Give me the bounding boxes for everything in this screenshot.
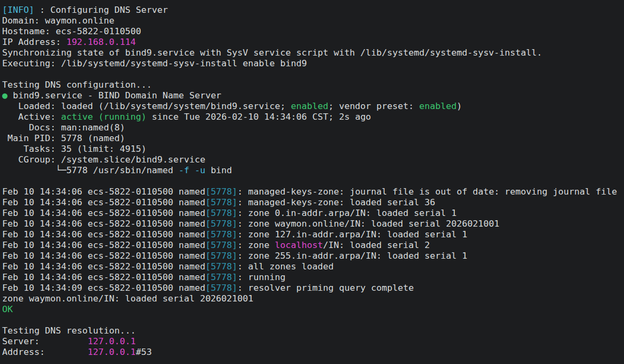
terminal-line (2, 69, 624, 80)
terminal-text-segment: [5778] (206, 187, 238, 197)
terminal-line: Synchronizing state of bind9.service wit… (2, 48, 624, 58)
terminal-text-segment: : all zones loaded (238, 261, 334, 272)
terminal-text-segment: IP Address: (2, 37, 66, 47)
terminal-line: Testing DNS configuration... (2, 80, 624, 90)
terminal-line (2, 176, 624, 187)
terminal-text-segment: enabled (419, 101, 456, 111)
terminal-line: Tasks: 35 (limit: 4915) (2, 144, 624, 154)
terminal-text-segment: : zone 255.in-addr.arpa/IN: loaded seria… (238, 251, 468, 261)
terminal-text-segment: /IN: loaded serial 2 (323, 240, 430, 250)
terminal-text-segment: Feb 10 14:34:06 ecs-5822-0110500 named (2, 219, 206, 229)
terminal-text-segment: bind9.service - BIND Domain Name Server (7, 90, 222, 100)
terminal-text-segment: : running (238, 272, 286, 282)
terminal-line: zone waymon.online/IN: loaded serial 202… (2, 293, 624, 304)
terminal-text-segment: active (running) (61, 112, 147, 122)
terminal-line: [INFO] : Configuring DNS Server (2, 5, 624, 16)
terminal-line: Feb 10 14:34:06 ecs-5822-0110500 named[5… (2, 272, 624, 283)
terminal-text-segment: -f -u (179, 165, 206, 175)
terminal-screen[interactable]: [INFO] : Configuring DNS ServerDomain: w… (0, 0, 624, 364)
terminal-text-segment: : managed-keys-zone: journal file is out… (238, 187, 617, 197)
terminal-text-segment: [5778] (206, 219, 238, 229)
terminal-line: Testing DNS resolution... (2, 326, 624, 336)
terminal-text-segment: Synchronizing state of bind9.service wit… (2, 48, 542, 58)
terminal-text-segment: Testing DNS resolution... (2, 326, 136, 336)
terminal-line: Feb 10 14:34:06 ecs-5822-0110500 named[5… (2, 240, 624, 251)
terminal-text-segment: CGroup: /system.slice/bind9.service (2, 154, 206, 165)
terminal-text-segment: Feb 10 14:34:06 ecs-5822-0110500 named (2, 272, 206, 282)
terminal-line: Active: active (running) since Tue 2026-… (2, 112, 624, 122)
terminal-text-segment: Feb 10 14:34:06 ecs-5822-0110500 named (2, 187, 206, 197)
terminal-text-segment: ● (2, 90, 7, 100)
terminal-text-segment: : zone 127.in-addr.arpa/IN: loaded seria… (238, 229, 468, 239)
terminal-text-segment: [5778] (206, 283, 238, 293)
terminal-text-segment: : zone waymon.online/IN: loaded serial 2… (238, 219, 500, 229)
terminal-text-segment: OK (2, 304, 13, 314)
terminal-line: Feb 10 14:34:06 ecs-5822-0110500 named[5… (2, 187, 624, 197)
terminal-line: Feb 10 14:34:09 ecs-5822-0110500 named[5… (2, 283, 624, 293)
terminal-line: Feb 10 14:34:06 ecs-5822-0110500 named[5… (2, 208, 624, 219)
terminal-text-segment: zone waymon.online/IN: loaded serial 202… (2, 293, 254, 304)
terminal-line: Loaded: loaded (/lib/systemd/system/bind… (2, 101, 624, 112)
terminal-text-segment: Server: (2, 336, 88, 346)
terminal-text-segment: : resolver priming query complete (238, 283, 414, 293)
terminal-text-segment: : zone 0.in-addr.arpa/IN: loaded serial … (238, 208, 457, 218)
terminal-text-segment: Docs: man:named(8) (2, 122, 125, 133)
terminal-text-segment: Feb 10 14:34:09 ecs-5822-0110500 named (2, 283, 206, 293)
terminal-line: Docs: man:named(8) (2, 122, 624, 133)
terminal-text-segment: [5778] (206, 229, 238, 239)
terminal-line: Feb 10 14:34:06 ecs-5822-0110500 named[5… (2, 229, 624, 240)
terminal-text-segment: Active: (2, 112, 61, 122)
terminal-text-segment: : Configuring DNS Server (34, 5, 168, 15)
terminal-line (2, 315, 624, 326)
terminal-text-segment: [5778] (206, 251, 238, 261)
terminal-line: ● bind9.service - BIND Domain Name Serve… (2, 90, 624, 101)
terminal-text-segment: Main PID: 5778 (named) (2, 133, 125, 143)
terminal-text-segment: Executing: /lib/systemd/systemd-sysv-ins… (2, 58, 307, 68)
terminal-text-segment: bind (206, 165, 232, 175)
terminal-text-segment: [5778] (206, 208, 238, 218)
terminal-line: └─5778 /usr/sbin/named -f -u bind (2, 165, 624, 176)
terminal-text-segment: [5778] (206, 272, 238, 282)
terminal-line: CGroup: /system.slice/bind9.service (2, 154, 624, 165)
terminal-text-segment: [5778] (206, 197, 238, 207)
terminal-text-segment: : zone (238, 240, 275, 250)
terminal-line: Hostname: ecs-5822-0110500 (2, 26, 624, 37)
terminal-text-segment: [INFO] (2, 5, 34, 15)
terminal-text-segment: Hostname: ecs-5822-0110500 (2, 26, 141, 36)
terminal-text-segment: ) (456, 101, 462, 111)
terminal-text-segment: Domain: waymon.online (2, 16, 115, 26)
terminal-text-segment: [5778] (206, 261, 238, 272)
terminal-text-segment: 127.0.0.1 (88, 347, 136, 357)
terminal-output: [INFO] : Configuring DNS ServerDomain: w… (2, 5, 624, 358)
terminal-line: Feb 10 14:34:06 ecs-5822-0110500 named[5… (2, 251, 624, 261)
terminal-line: Feb 10 14:34:06 ecs-5822-0110500 named[5… (2, 197, 624, 208)
terminal-line: Domain: waymon.online (2, 16, 624, 26)
terminal-text-segment: Testing DNS configuration... (2, 80, 152, 90)
terminal-text-segment: └─5778 /usr/sbin/named (2, 165, 179, 175)
terminal-text-segment: Feb 10 14:34:06 ecs-5822-0110500 named (2, 261, 206, 272)
terminal-text-segment: localhost (275, 240, 323, 250)
terminal-line: IP Address: 192.168.0.114 (2, 37, 624, 48)
terminal-text-segment: enabled (291, 101, 328, 111)
terminal-line: Feb 10 14:34:06 ecs-5822-0110500 named[5… (2, 219, 624, 229)
terminal-text-segment: Loaded: loaded (/lib/systemd/system/bind… (2, 101, 291, 111)
terminal-line: Feb 10 14:34:06 ecs-5822-0110500 named[5… (2, 261, 624, 272)
terminal-text-segment: 192.168.0.114 (66, 37, 136, 47)
terminal-text-segment: Feb 10 14:34:06 ecs-5822-0110500 named (2, 208, 206, 218)
terminal-text-segment: Feb 10 14:34:06 ecs-5822-0110500 named (2, 197, 206, 207)
terminal-text-segment: Feb 10 14:34:06 ecs-5822-0110500 named (2, 229, 206, 239)
terminal-line: OK (2, 304, 624, 315)
terminal-line: Address: 127.0.0.1#53 (2, 347, 624, 358)
terminal-text-segment: ; vendor preset: (328, 101, 419, 111)
terminal-text-segment: Feb 10 14:34:06 ecs-5822-0110500 named (2, 251, 206, 261)
terminal-text-segment: Feb 10 14:34:06 ecs-5822-0110500 named (2, 240, 206, 250)
terminal-text-segment: [5778] (206, 240, 238, 250)
terminal-line: Server: 127.0.0.1 (2, 336, 624, 347)
terminal-line: Main PID: 5778 (named) (2, 133, 624, 144)
terminal-text-segment: since Tue 2026-02-10 14:34:06 CST; 2s ag… (147, 112, 371, 122)
terminal-line: Executing: /lib/systemd/systemd-sysv-ins… (2, 58, 624, 69)
terminal-text-segment: Address: (2, 347, 88, 357)
terminal-text-segment: : managed-keys-zone: loaded serial 36 (238, 197, 436, 207)
terminal-text-segment: Tasks: 35 (limit: 4915) (2, 144, 147, 154)
terminal-text-segment: 127.0.0.1 (88, 336, 136, 346)
